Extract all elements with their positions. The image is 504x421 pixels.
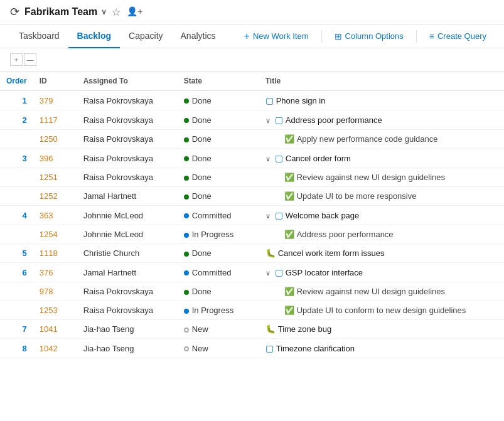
title-text[interactable]: Welcome back page [286, 211, 360, 220]
create-query-icon: ≡ [429, 31, 434, 41]
title-text[interactable]: Update UI to be more responsive [297, 191, 417, 201]
title-text[interactable]: Update UI to conform to new design guide… [297, 306, 466, 315]
title-text[interactable]: Cancel work item form issues [278, 248, 385, 258]
cell-assigned: Jia-hao Tseng [77, 320, 178, 339]
toolbar: + — [0, 48, 504, 72]
new-work-item-button[interactable]: + New Work Item [237, 27, 316, 46]
cell-assigned: Jamal Hartnett [77, 263, 178, 282]
cell-state: Done [178, 282, 259, 301]
cell-id[interactable]: 1254 [33, 225, 77, 244]
work-item-id-link[interactable]: 376 [40, 268, 53, 277]
team-name-label: Fabrikam Team [24, 6, 97, 18]
tab-capacity[interactable]: Capacity [120, 24, 171, 48]
task-icon: ✅ [284, 134, 294, 144]
title-text[interactable]: Cancel order form [286, 154, 351, 163]
state-dot-icon [184, 99, 189, 104]
title-text[interactable]: Time zone bug [278, 324, 332, 334]
cell-state: In Progress [178, 225, 259, 244]
work-item-id-link[interactable]: 396 [40, 154, 53, 163]
state-dot-icon [184, 137, 189, 142]
state-dot-icon [184, 118, 189, 123]
title-text[interactable]: Address poor performance [297, 230, 394, 239]
work-item-id-link[interactable]: 379 [40, 96, 53, 105]
tab-backlog[interactable]: Backlog [68, 24, 120, 48]
title-text[interactable]: Address poor performance [286, 115, 382, 125]
add-member-icon[interactable]: 👤+ [127, 6, 142, 18]
cell-state: Committed [178, 206, 259, 225]
state-dot-icon [184, 290, 189, 295]
column-options-button[interactable]: ⊞ Column Options [327, 28, 411, 45]
work-item-id-link[interactable]: 1042 [40, 344, 58, 353]
table-row: 6376Jamal HartnettCommitted∨ ▢GSP locato… [0, 263, 504, 282]
create-query-label: Create Query [437, 31, 486, 41]
cell-order: 1 [0, 91, 33, 110]
expand-chevron-icon[interactable]: ∨ [265, 155, 272, 163]
work-item-id-link[interactable]: 1252 [40, 191, 58, 201]
cell-assigned: Raisa Pokrovskaya [77, 149, 178, 168]
expand-chevron-icon[interactable]: ∨ [265, 212, 272, 220]
collapse-all-button[interactable]: — [24, 53, 36, 66]
cell-assigned: Raisa Pokrovskaya [77, 301, 178, 320]
cell-order: 5 [0, 244, 33, 263]
title-text[interactable]: Apply new performance code guidance [297, 134, 438, 144]
cell-title: ✅Review against new UI design guidelines [259, 168, 504, 187]
cell-id[interactable]: 379 [33, 91, 77, 110]
cell-id[interactable]: 1118 [33, 244, 77, 263]
cell-id[interactable]: 1250 [33, 130, 77, 149]
cell-id[interactable]: 1252 [33, 187, 77, 206]
work-item-id-link[interactable]: 978 [40, 287, 53, 296]
state-dot-icon [184, 252, 189, 257]
work-item-id-link[interactable]: 1250 [40, 134, 58, 144]
state-dot-icon [184, 176, 189, 181]
cell-id[interactable]: 1251 [33, 168, 77, 187]
title-text[interactable]: Phone sign in [276, 96, 326, 105]
cell-id[interactable]: 1253 [33, 301, 77, 320]
cell-title: ✅Update UI to be more responsive [259, 187, 504, 206]
cell-title: ✅Apply new performance code guidance [259, 130, 504, 149]
cell-id[interactable]: 1117 [33, 110, 77, 130]
table-row: 3396Raisa PokrovskayaDone∨ ▢Cancel order… [0, 149, 504, 168]
story-icon: ▢ [275, 210, 283, 220]
cell-id[interactable]: 978 [33, 282, 77, 301]
create-query-button[interactable]: ≡ Create Query [422, 28, 494, 45]
work-item-id-link[interactable]: 1251 [40, 173, 58, 182]
title-text[interactable]: Timezone clarification [276, 344, 355, 353]
cell-id[interactable]: 396 [33, 149, 77, 168]
cell-id[interactable]: 363 [33, 206, 77, 225]
cell-order [0, 301, 33, 320]
favorite-icon[interactable]: ☆ [112, 6, 121, 18]
tab-taskboard[interactable]: Taskboard [10, 24, 68, 48]
title-text[interactable]: Review against new UI design guidelines [297, 287, 445, 296]
cell-state: Done [178, 187, 259, 206]
team-icon: ⟳ [10, 5, 19, 19]
title-text[interactable]: GSP locator interface [286, 268, 363, 277]
expand-collapse-control[interactable]: + — [10, 53, 36, 66]
cell-id[interactable]: 1041 [33, 320, 77, 339]
work-item-id-link[interactable]: 1117 [40, 115, 58, 125]
col-header-state: State [178, 72, 259, 91]
work-item-id-link[interactable]: 1118 [40, 248, 58, 258]
cell-assigned: Raisa Pokrovskaya [77, 282, 178, 301]
work-item-id-link[interactable]: 1041 [40, 324, 58, 334]
cell-title: 🐛Cancel work item form issues [259, 244, 504, 263]
state-dot-icon [184, 309, 189, 314]
plus-icon: + [244, 31, 250, 42]
task-icon: ✅ [284, 306, 294, 315]
cell-title: ∨ ▢Cancel order form [259, 149, 504, 168]
cell-id[interactable]: 376 [33, 263, 77, 282]
task-icon: ✅ [284, 287, 294, 296]
expand-all-button[interactable]: + [10, 53, 23, 66]
title-text[interactable]: Review against new UI design guidelines [297, 173, 445, 182]
work-item-id-link[interactable]: 363 [40, 211, 53, 220]
task-icon: ✅ [284, 191, 294, 201]
tab-analytics[interactable]: Analytics [172, 24, 225, 48]
cell-id[interactable]: 1042 [33, 339, 77, 358]
expand-chevron-icon[interactable]: ∨ [265, 117, 272, 124]
work-item-id-link[interactable]: 1254 [40, 230, 58, 239]
nav-actions: + New Work Item ⊞ Column Options ≡ Creat… [237, 27, 494, 46]
expand-chevron-icon[interactable]: ∨ [265, 269, 272, 277]
team-name[interactable]: Fabrikam Team ∨ [24, 6, 107, 18]
column-options-label: Column Options [345, 31, 404, 41]
work-item-id-link[interactable]: 1253 [40, 306, 58, 315]
team-chevron-icon[interactable]: ∨ [101, 8, 107, 16]
